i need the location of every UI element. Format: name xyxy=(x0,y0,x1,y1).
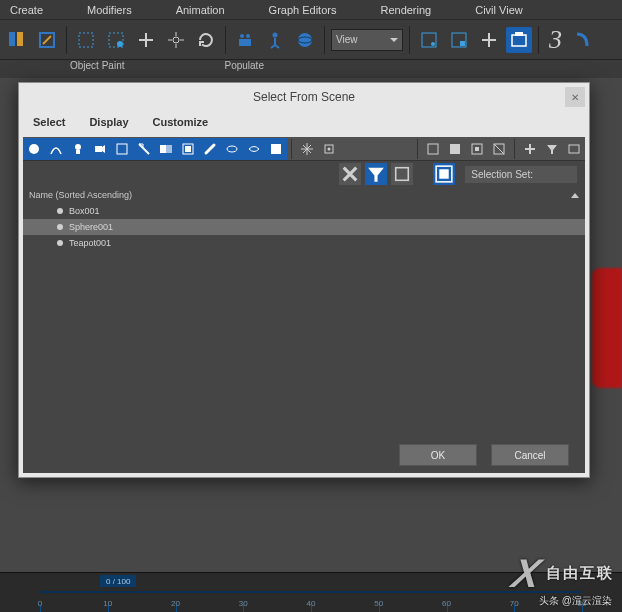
options-icon[interactable] xyxy=(318,138,340,160)
svg-point-8 xyxy=(246,34,250,38)
timeline-tick-label: 10 xyxy=(103,599,112,608)
select-object-icon[interactable] xyxy=(103,27,129,53)
config-columns-icon[interactable] xyxy=(563,138,585,160)
sublabel-object-paint: Object Paint xyxy=(70,60,124,78)
svg-rect-1 xyxy=(17,32,23,46)
menu-civilview[interactable]: Civil View xyxy=(475,4,522,16)
list-item-label: Teapot001 xyxy=(69,238,111,248)
timeline-tick-label: 0 xyxy=(38,599,42,608)
svg-rect-40 xyxy=(440,169,449,178)
toggle-a-icon[interactable] xyxy=(416,27,442,53)
people-idle-icon[interactable] xyxy=(262,27,288,53)
refresh-icon[interactable] xyxy=(193,27,219,53)
snowflake-icon[interactable] xyxy=(296,138,318,160)
capture-icon[interactable] xyxy=(506,27,532,53)
toggle-b-icon[interactable] xyxy=(446,27,472,53)
node-geometry-icon xyxy=(57,240,63,246)
svg-point-5 xyxy=(117,41,123,47)
svg-point-14 xyxy=(431,42,435,46)
list-item[interactable]: Box001 xyxy=(23,203,585,219)
timeline-tick-label: 50 xyxy=(374,599,383,608)
clear-search-icon[interactable] xyxy=(339,163,361,185)
filter-cameras-icon[interactable] xyxy=(89,138,111,160)
edge-right-icon[interactable] xyxy=(570,27,596,53)
list-item-label: Box001 xyxy=(69,206,100,216)
filter-hidden-icon[interactable] xyxy=(265,138,287,160)
watermark-sub: 头条 @渲云渲染 xyxy=(539,594,612,608)
watermark: X 自由互联 xyxy=(513,551,614,596)
filter-sel-icon[interactable] xyxy=(365,163,387,185)
display-influences-icon[interactable] xyxy=(488,138,510,160)
ok-button-label: OK xyxy=(431,450,445,461)
filter-groups-icon[interactable] xyxy=(155,138,177,160)
display-children-icon[interactable] xyxy=(466,138,488,160)
svg-rect-0 xyxy=(9,32,15,46)
menu-rendering[interactable]: Rendering xyxy=(380,4,431,16)
dialog-menu-customize[interactable]: Customize xyxy=(153,116,209,128)
menu-create[interactable]: Create xyxy=(10,4,43,16)
people-flow-icon[interactable] xyxy=(232,27,258,53)
filter-container-icon[interactable] xyxy=(221,138,243,160)
plus-icon[interactable] xyxy=(133,27,159,53)
globe-icon[interactable] xyxy=(292,27,318,53)
expand-all-icon[interactable] xyxy=(422,138,444,160)
close-button[interactable]: ✕ xyxy=(565,87,585,107)
selection-set-icon[interactable] xyxy=(433,163,455,185)
menu-animation[interactable]: Animation xyxy=(176,4,225,16)
dialog-titlebar[interactable]: Select From Scene ✕ xyxy=(19,83,589,111)
lock-columns-icon[interactable] xyxy=(519,138,541,160)
separator xyxy=(538,26,539,54)
filter-geometry-icon[interactable] xyxy=(23,138,45,160)
svg-point-20 xyxy=(75,144,81,150)
dialog-menu-display[interactable]: Display xyxy=(89,116,128,128)
separator xyxy=(66,26,67,54)
filter-frozen-icon[interactable] xyxy=(243,138,265,160)
timeline-tick-label: 20 xyxy=(171,599,180,608)
svg-rect-9 xyxy=(239,39,251,46)
dialog-body: Selection Set: Name (Sorted Ascending) B… xyxy=(23,137,585,473)
menu-graph[interactable]: Graph Editors xyxy=(269,4,337,16)
filter-helpers-icon[interactable] xyxy=(111,138,133,160)
svg-rect-27 xyxy=(185,146,191,152)
dialog-menu-select[interactable]: Select xyxy=(33,116,65,128)
list-item[interactable]: Teapot001 xyxy=(23,235,585,251)
toolbar-sublabels: Object Paint Populate xyxy=(0,60,622,78)
filter-xrefs-icon[interactable] xyxy=(177,138,199,160)
dialog-footer: OK Cancel xyxy=(23,437,585,473)
filter-lights-icon[interactable] xyxy=(67,138,89,160)
select-from-scene-dialog: Select From Scene ✕ Select Display Custo… xyxy=(18,82,590,478)
timeline-track[interactable] xyxy=(40,591,582,593)
divider xyxy=(514,139,515,159)
filter-funnel-icon[interactable] xyxy=(541,138,563,160)
ok-button[interactable]: OK xyxy=(399,444,477,466)
filter-spacewarps-icon[interactable] xyxy=(133,138,155,160)
svg-rect-3 xyxy=(79,33,93,47)
menu-modifiers[interactable]: Modifiers xyxy=(87,4,132,16)
select-region-icon[interactable] xyxy=(73,27,99,53)
list-header[interactable]: Name (Sorted Ascending) xyxy=(23,187,585,203)
sort-asc-icon xyxy=(571,193,579,198)
target-icon[interactable] xyxy=(163,27,189,53)
scene-node-list[interactable]: Box001Sphere001Teapot001 xyxy=(23,203,585,437)
timeline-tick-label: 70 xyxy=(510,599,519,608)
freeform-icon[interactable] xyxy=(4,27,30,53)
sync-sel-icon[interactable] xyxy=(391,163,413,185)
cancel-button[interactable]: Cancel xyxy=(491,444,569,466)
watermark-brand: 自由互联 xyxy=(546,564,614,583)
list-item[interactable]: Sphere001 xyxy=(23,219,585,235)
collapse-all-icon[interactable] xyxy=(444,138,466,160)
selection-set-dropdown[interactable]: Selection Set: xyxy=(465,166,577,183)
paint-deform-icon[interactable] xyxy=(34,27,60,53)
svg-point-7 xyxy=(240,34,244,38)
svg-point-31 xyxy=(328,147,331,150)
view-dropdown[interactable]: View xyxy=(331,29,403,51)
main-toolbar: View 3 xyxy=(0,20,622,60)
selection-set-label: Selection Set: xyxy=(471,169,533,180)
divider xyxy=(417,139,418,159)
move-plus-icon[interactable] xyxy=(476,27,502,53)
svg-point-28 xyxy=(227,146,237,152)
filter-bone-icon[interactable] xyxy=(199,138,221,160)
svg-rect-32 xyxy=(428,144,438,154)
filter-shapes-icon[interactable] xyxy=(45,138,67,160)
main-menu-bar: Create Modifiers Animation Graph Editors… xyxy=(0,0,622,20)
